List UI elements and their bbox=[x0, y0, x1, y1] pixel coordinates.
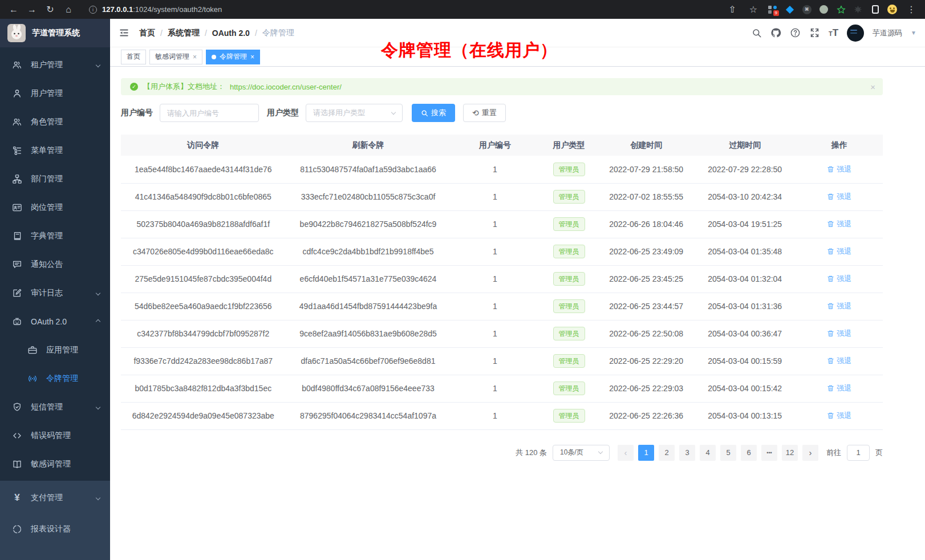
user-id-cell: 1 bbox=[451, 375, 539, 402]
doc-link[interactable]: https://doc.iocoder.cn/user-center/ bbox=[230, 83, 342, 91]
sidebar-item-user[interactable]: 用户管理 bbox=[0, 79, 110, 108]
pager-ellipsis[interactable]: ••• bbox=[761, 445, 777, 461]
search-icon[interactable] bbox=[752, 28, 762, 38]
sidebar-item-sms[interactable]: 短信管理 bbox=[0, 393, 110, 421]
doc-alert: ✓ 【用户体系】文档地址： https://doc.iocoder.cn/use… bbox=[121, 78, 883, 95]
font-size-icon[interactable]: TT bbox=[829, 27, 838, 39]
alert-close-icon[interactable]: × bbox=[870, 82, 875, 92]
tab-token[interactable]: 令牌管理× bbox=[206, 50, 260, 64]
sidebar-item-report-designer[interactable]: 报表设计器 bbox=[0, 513, 110, 545]
action-cell: 强退 bbox=[796, 320, 883, 347]
force-logout-button[interactable]: 强退 bbox=[827, 274, 851, 284]
sidebar-item-error-code[interactable]: 错误码管理 bbox=[0, 421, 110, 450]
tab-home[interactable]: 首页 bbox=[121, 50, 146, 64]
force-logout-button[interactable]: 强退 bbox=[827, 328, 851, 339]
search-button[interactable]: 搜索 bbox=[412, 104, 455, 122]
breadcrumb-separator: / bbox=[205, 29, 207, 38]
user-name[interactable]: 芋道源码 bbox=[873, 28, 902, 38]
page-button-3[interactable]: 3 bbox=[679, 445, 695, 461]
user-type-select[interactable]: 请选择用户类型 bbox=[306, 104, 403, 122]
browser-menu-icon[interactable]: ⋮ bbox=[904, 5, 918, 14]
github-icon[interactable] bbox=[770, 27, 781, 38]
back-icon[interactable]: ← bbox=[7, 5, 21, 14]
refresh-token-cell: 811c530487574fa0af1a59d3abc1aa66 bbox=[286, 156, 451, 183]
breadcrumb-system[interactable]: 系统管理 bbox=[168, 28, 200, 38]
sidebar-item-oauth2-app[interactable]: 应用管理 bbox=[0, 336, 110, 364]
created-time-cell: 2022-06-25 23:45:25 bbox=[599, 265, 694, 293]
close-icon[interactable]: × bbox=[250, 53, 254, 61]
search-icon bbox=[421, 109, 428, 117]
sidebar-item-post[interactable]: 岗位管理 bbox=[0, 193, 110, 222]
user-id-cell: 1 bbox=[451, 210, 539, 238]
goto-page-input[interactable] bbox=[847, 445, 870, 461]
caret-down-icon[interactable]: ▼ bbox=[911, 30, 916, 36]
force-logout-button[interactable]: 强退 bbox=[827, 164, 851, 175]
created-time-cell: 2022-06-25 22:26:36 bbox=[599, 402, 694, 429]
table-row: c342377bf8b344799dcbf7bf095287f29ce8ef2a… bbox=[121, 320, 883, 347]
address-bar[interactable]: i 127.0.0.1:1024/system/oauth2/token bbox=[89, 5, 721, 14]
close-icon[interactable]: × bbox=[193, 53, 197, 61]
help-icon[interactable] bbox=[790, 27, 801, 38]
extension-dark-icon[interactable]: ⌘ bbox=[802, 5, 812, 14]
prev-page-button[interactable]: ‹ bbox=[618, 445, 634, 461]
profile-emoji-icon[interactable] bbox=[887, 5, 897, 14]
share-icon[interactable]: ⇧ bbox=[725, 5, 739, 14]
access-token-cell: c347026e805e4d99b0d116eae66eda8c bbox=[121, 238, 286, 265]
breadcrumb-oauth2[interactable]: OAuth 2.0 bbox=[212, 29, 250, 38]
force-logout-button[interactable]: 强退 bbox=[827, 301, 851, 311]
sidebar-item-oauth2-token[interactable]: 令牌管理 bbox=[0, 364, 110, 393]
page-button-4[interactable]: 4 bbox=[700, 445, 716, 461]
extension-grid-icon[interactable]: 9 bbox=[768, 5, 777, 14]
sidebar-item-sensitive-word[interactable]: 敏感词管理 bbox=[0, 450, 110, 478]
success-check-icon: ✓ bbox=[130, 83, 138, 91]
sidebar-item-audit-log[interactable]: 审计日志 bbox=[0, 279, 110, 307]
page-button-5[interactable]: 5 bbox=[720, 445, 736, 461]
force-logout-button[interactable]: 强退 bbox=[827, 192, 851, 202]
page-button-1[interactable]: 1 bbox=[638, 445, 654, 461]
sidebar-item-label: 应用管理 bbox=[46, 345, 102, 355]
sidebar-item-oauth2[interactable]: OAuth 2.0 bbox=[0, 307, 110, 336]
reset-button[interactable]: ⟲ 重置 bbox=[463, 104, 506, 122]
extension-window-icon[interactable] bbox=[870, 5, 880, 14]
force-logout-label: 强退 bbox=[837, 219, 851, 229]
page-size-select[interactable]: 10条/页 bbox=[553, 445, 610, 461]
url-text[interactable]: 127.0.0.1:1024/system/oauth2/token bbox=[102, 5, 222, 14]
compass-icon bbox=[12, 524, 22, 534]
sidebar-item-tenant[interactable]: 租户管理 bbox=[0, 51, 110, 79]
reload-icon[interactable]: ↻ bbox=[43, 5, 57, 14]
home-icon[interactable]: ⌂ bbox=[62, 5, 75, 14]
extension-star-icon[interactable] bbox=[836, 5, 846, 14]
user-avatar[interactable] bbox=[847, 25, 864, 42]
force-logout-button[interactable]: 强退 bbox=[827, 219, 851, 229]
extension-gem-icon[interactable] bbox=[785, 5, 794, 14]
bookmark-star-icon[interactable]: ☆ bbox=[747, 5, 760, 14]
breadcrumb-home[interactable]: 首页 bbox=[139, 28, 155, 38]
sidebar-item-dict[interactable]: 字典管理 bbox=[0, 222, 110, 250]
page-button-6[interactable]: 6 bbox=[741, 445, 757, 461]
sidebar-item-pay[interactable]: ¥支付管理 bbox=[0, 482, 110, 513]
force-logout-button[interactable]: 强退 bbox=[827, 383, 851, 393]
forward-icon[interactable]: → bbox=[25, 5, 39, 14]
tab-sensitive-word[interactable]: 敏感词管理× bbox=[149, 50, 202, 64]
page-button-12[interactable]: 12 bbox=[782, 445, 798, 461]
force-logout-button[interactable]: 强退 bbox=[827, 411, 851, 421]
site-info-icon[interactable]: i bbox=[89, 6, 97, 14]
next-page-button[interactable]: › bbox=[802, 445, 818, 461]
user-icon bbox=[12, 88, 22, 99]
fullscreen-icon[interactable] bbox=[809, 27, 820, 38]
sidebar-item-menu[interactable]: 菜单管理 bbox=[0, 136, 110, 165]
sidebar-item-label: 敏感词管理 bbox=[31, 459, 102, 469]
user-id-input[interactable] bbox=[160, 104, 259, 122]
force-logout-button[interactable]: 强退 bbox=[827, 356, 851, 366]
extension-sage-icon[interactable] bbox=[819, 5, 829, 14]
sidebar-item-dept[interactable]: 部门管理 bbox=[0, 165, 110, 193]
collapse-sidebar-icon[interactable] bbox=[119, 27, 129, 38]
user-type-cell: 管理员 bbox=[539, 183, 598, 210]
sidebar-item-role[interactable]: 角色管理 bbox=[0, 108, 110, 136]
sidebar-item-notice[interactable]: 通知公告 bbox=[0, 250, 110, 279]
menu-tree-icon bbox=[12, 145, 22, 156]
page-button-2[interactable]: 2 bbox=[659, 445, 675, 461]
force-logout-button[interactable]: 强退 bbox=[827, 246, 851, 257]
page-size-value: 10条/页 bbox=[560, 448, 583, 457]
extension-pin-icon[interactable] bbox=[853, 5, 863, 14]
